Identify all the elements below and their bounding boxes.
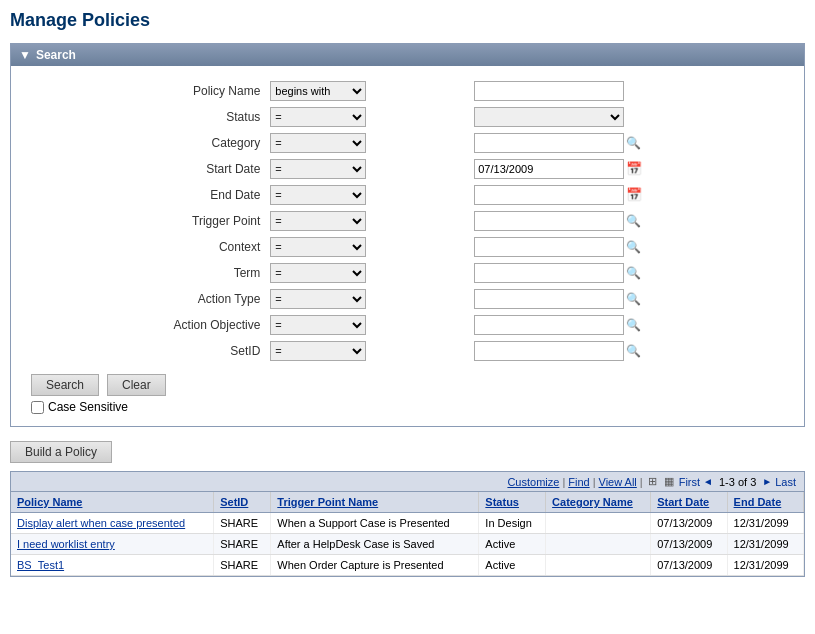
- lookup-icon-8[interactable]: 🔍: [626, 292, 641, 306]
- lookup-icon-9[interactable]: 🔍: [626, 318, 641, 332]
- val-input-6[interactable]: [474, 237, 624, 257]
- lookup-icon-10[interactable]: 🔍: [626, 344, 641, 358]
- op-select-7[interactable]: =begins withcontainsends withnot =: [270, 263, 366, 283]
- policy-link-1[interactable]: I need worklist entry: [17, 538, 115, 550]
- val-input-3[interactable]: [474, 159, 624, 179]
- field-op-5: =begins withcontainsends withnot =: [266, 208, 470, 234]
- build-policy-button[interactable]: Build a Policy: [10, 441, 112, 463]
- op-select-8[interactable]: =begins withcontainsends withnot =: [270, 289, 366, 309]
- field-label-10: SetID: [31, 338, 266, 364]
- search-button[interactable]: Search: [31, 374, 99, 396]
- val-input-10[interactable]: [474, 341, 624, 361]
- op-select-10[interactable]: =begins withcontainsends withnot =: [270, 341, 366, 361]
- val-input-4[interactable]: [474, 185, 624, 205]
- lookup-icon-2[interactable]: 🔍: [626, 136, 641, 150]
- case-sensitive-row: Case Sensitive: [31, 400, 784, 414]
- cell-0-5: 07/13/2009: [651, 513, 727, 534]
- field-label-8: Action Type: [31, 286, 266, 312]
- case-sensitive-checkbox[interactable]: [31, 401, 44, 414]
- col-header-link-6[interactable]: End Date: [734, 496, 782, 508]
- col-header-link-2[interactable]: Trigger Point Name: [277, 496, 378, 508]
- col-header-1: SetID: [214, 492, 271, 513]
- cell-0-6: 12/31/2099: [727, 513, 803, 534]
- col-header-0: Policy Name: [11, 492, 214, 513]
- lookup-icon-7[interactable]: 🔍: [626, 266, 641, 280]
- results-toolbar: Customize | Find | View All | ⊞ ▦ First …: [11, 472, 804, 492]
- op-select-1[interactable]: =begins withcontainsends withnot =: [270, 107, 366, 127]
- cell-2-6: 12/31/2099: [727, 555, 803, 576]
- field-op-3: =begins withcontainsends withnot =: [266, 156, 470, 182]
- col-header-3: Status: [479, 492, 546, 513]
- field-op-8: =begins withcontainsends withnot =: [266, 286, 470, 312]
- cell-2-0: BS_Test1: [11, 555, 214, 576]
- col-header-link-1[interactable]: SetID: [220, 496, 248, 508]
- op-select-5[interactable]: =begins withcontainsends withnot =: [270, 211, 366, 231]
- results-panel: Customize | Find | View All | ⊞ ▦ First …: [10, 471, 805, 577]
- val-input-9[interactable]: [474, 315, 624, 335]
- case-sensitive-label: Case Sensitive: [48, 400, 128, 414]
- search-form: Policy Name=begins withcontainsends with…: [31, 78, 784, 364]
- op-select-2[interactable]: =begins withcontainsends withnot =: [270, 133, 366, 153]
- nav-last[interactable]: Last: [775, 476, 796, 488]
- table-icon[interactable]: ▦: [664, 475, 674, 488]
- field-label-4: End Date: [31, 182, 266, 208]
- op-select-6[interactable]: =begins withcontainsends withnot =: [270, 237, 366, 257]
- lookup-icon-5[interactable]: 🔍: [626, 214, 641, 228]
- separator1: |: [562, 476, 565, 488]
- nav-prev[interactable]: ◄: [703, 476, 713, 487]
- cell-0-4: [546, 513, 651, 534]
- col-header-link-5[interactable]: Start Date: [657, 496, 709, 508]
- cell-1-1: SHARE: [214, 534, 271, 555]
- policy-link-0[interactable]: Display alert when case presented: [17, 517, 185, 529]
- val-input-7[interactable]: [474, 263, 624, 283]
- op-select-0[interactable]: =begins withcontainsends withnot =: [270, 81, 366, 101]
- val-input-5[interactable]: [474, 211, 624, 231]
- search-button-row: Search Clear: [31, 374, 784, 396]
- val-input-2[interactable]: [474, 133, 624, 153]
- op-select-9[interactable]: =begins withcontainsends withnot =: [270, 315, 366, 335]
- grid-icon[interactable]: ⊞: [648, 475, 657, 488]
- clear-button[interactable]: Clear: [107, 374, 166, 396]
- field-label-9: Action Objective: [31, 312, 266, 338]
- search-panel: ▼ Search Policy Name=begins withcontains…: [10, 43, 805, 427]
- policy-link-2[interactable]: BS_Test1: [17, 559, 64, 571]
- op-select-3[interactable]: =begins withcontainsends withnot =: [270, 159, 366, 179]
- op-select-4[interactable]: =begins withcontainsends withnot =: [270, 185, 366, 205]
- cell-1-2: After a HelpDesk Case is Saved: [271, 534, 479, 555]
- calendar-icon-4[interactable]: 📅: [626, 187, 642, 202]
- calendar-icon-3[interactable]: 📅: [626, 161, 642, 176]
- field-val-3: 📅: [470, 156, 784, 182]
- view-all-link[interactable]: View All: [599, 476, 637, 488]
- lookup-icon-6[interactable]: 🔍: [626, 240, 641, 254]
- field-op-6: =begins withcontainsends withnot =: [266, 234, 470, 260]
- field-label-6: Context: [31, 234, 266, 260]
- val-select-1[interactable]: [474, 107, 624, 127]
- col-header-link-0[interactable]: Policy Name: [17, 496, 82, 508]
- col-header-link-4[interactable]: Category Name: [552, 496, 633, 508]
- field-op-9: =begins withcontainsends withnot =: [266, 312, 470, 338]
- col-header-link-3[interactable]: Status: [485, 496, 519, 508]
- col-header-2: Trigger Point Name: [271, 492, 479, 513]
- cell-1-6: 12/31/2099: [727, 534, 803, 555]
- cell-2-2: When Order Capture is Presented: [271, 555, 479, 576]
- val-input-0[interactable]: [474, 81, 624, 101]
- search-panel-title: Search: [36, 48, 76, 62]
- nav-next[interactable]: ►: [762, 476, 772, 487]
- build-policy-section: Build a Policy: [10, 441, 805, 463]
- field-val-5: 🔍: [470, 208, 784, 234]
- field-op-1: =begins withcontainsends withnot =: [266, 104, 470, 130]
- cell-0-0: Display alert when case presented: [11, 513, 214, 534]
- field-val-6: 🔍: [470, 234, 784, 260]
- col-header-5: Start Date: [651, 492, 727, 513]
- nav-first[interactable]: First: [679, 476, 700, 488]
- table-row: BS_Test1SHAREWhen Order Capture is Prese…: [11, 555, 804, 576]
- cell-1-4: [546, 534, 651, 555]
- cell-1-3: Active: [479, 534, 546, 555]
- col-header-6: End Date: [727, 492, 803, 513]
- cell-2-5: 07/13/2009: [651, 555, 727, 576]
- customize-link[interactable]: Customize: [507, 476, 559, 488]
- find-link[interactable]: Find: [568, 476, 589, 488]
- field-op-4: =begins withcontainsends withnot =: [266, 182, 470, 208]
- val-input-8[interactable]: [474, 289, 624, 309]
- collapse-icon[interactable]: ▼: [19, 48, 31, 62]
